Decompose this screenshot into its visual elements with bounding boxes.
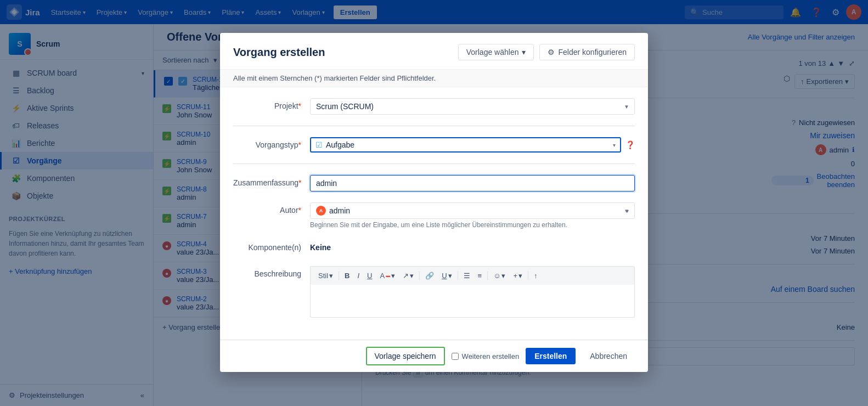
expand-toolbar-button[interactable]: ↑ <box>531 270 541 281</box>
chevron-down-icon: ▾ <box>448 272 452 280</box>
italic-button[interactable]: I <box>354 270 363 281</box>
emoji-button[interactable]: ☺ ▾ <box>490 270 509 281</box>
toolbar-separator <box>339 272 339 280</box>
chevron-down-icon: ▾ <box>522 48 526 57</box>
weiteren-erstellen-checkbox-label[interactable]: Weiteren erstellen <box>452 352 520 360</box>
underline2-button[interactable]: U ▾ <box>438 270 455 281</box>
komponenten-value: Keine <box>310 240 635 255</box>
modal-body: Projekt* Scrum (SCRUM) Vorgangstyp* <box>220 87 648 340</box>
vorlage-waehlen-button[interactable]: Vorlage wählen ▾ <box>458 44 534 60</box>
text-color-button[interactable]: A ▬ ▾ <box>376 270 398 281</box>
beschreibung-field: Stil ▾ B I U A ▬ ▾ ↗ ▾ 🔗 U ▾ ☰ ≡ <box>310 266 635 318</box>
toolbar-separator <box>528 272 528 280</box>
autor-select-wrapper: A admin ▾ <box>310 202 635 219</box>
erstellen-button[interactable]: Erstellen <box>526 348 576 364</box>
style-dropdown-button[interactable]: Stil ▾ <box>315 270 336 281</box>
projekt-field: Scrum (SCRUM) <box>310 98 635 115</box>
modal-header: Vorgang erstellen Vorlage wählen ▾ ⚙ Fel… <box>220 33 648 70</box>
bullet-list-button[interactable]: ☰ <box>460 270 474 281</box>
vorgangstyp-select-wrapper: ☑ Aufgabe ▾ ❓ <box>310 137 635 153</box>
toolbar-separator <box>487 272 488 280</box>
vorgangstyp-field: ☑ Aufgabe ▾ ❓ <box>310 137 635 153</box>
zusammenfassung-row: Zusammenfassung* <box>233 175 635 191</box>
toolbar-separator <box>419 272 420 280</box>
autor-value: admin <box>329 206 623 215</box>
komponenten-row: Komponente(n) Keine <box>233 240 635 255</box>
required-note: Alle mit einem Sternchen (*) markierten … <box>220 70 648 87</box>
zusammenfassung-label: Zusammenfassung* <box>233 175 310 187</box>
vorgangstyp-value: Aufgabe <box>326 140 610 149</box>
zusammenfassung-field <box>310 175 635 191</box>
vorgangstyp-select-display[interactable]: ☑ Aufgabe ▾ <box>310 137 621 153</box>
komponenten-label: Komponente(n) <box>233 240 310 252</box>
bold-button[interactable]: B <box>341 270 353 281</box>
abbrechen-button[interactable]: Abbrechen <box>582 348 635 364</box>
modal-header-actions: Vorlage wählen ▾ ⚙ Felder konfigurieren <box>458 44 635 60</box>
projekt-row: Projekt* Scrum (SCRUM) <box>233 98 635 115</box>
chevron-down-icon: ▾ <box>410 272 414 280</box>
weiteren-erstellen-checkbox[interactable] <box>452 353 459 360</box>
form-divider-2 <box>233 163 635 164</box>
autor-row: Autor* A admin ▾ Beginnen Sie mit der Ei… <box>233 202 635 229</box>
help-icon[interactable]: ❓ <box>625 140 635 149</box>
text-format-button[interactable]: ↗ ▾ <box>399 270 417 281</box>
link-button[interactable]: 🔗 <box>422 270 437 281</box>
modal-title: Vorgang erstellen <box>233 46 325 59</box>
modal-overlay[interactable]: Vorgang erstellen Vorlage wählen ▾ ⚙ Fel… <box>0 0 868 406</box>
autor-select-display[interactable]: A admin ▾ <box>310 202 635 219</box>
chevron-down-icon: ▾ <box>613 142 616 148</box>
chevron-down-icon: ▾ <box>626 208 629 214</box>
modal-footer: Vorlage speichern Weiteren erstellen Ers… <box>220 340 648 372</box>
config-icon: ⚙ <box>548 48 555 57</box>
vorgangstyp-row: Vorgangstyp* ☑ Aufgabe ▾ ❓ <box>233 137 635 153</box>
chevron-down-icon: ▾ <box>518 272 522 280</box>
description-toolbar: Stil ▾ B I U A ▬ ▾ ↗ ▾ 🔗 U ▾ ☰ ≡ <box>310 266 635 285</box>
chevron-down-icon: ▾ <box>391 272 395 280</box>
insert-button[interactable]: + ▾ <box>510 270 526 281</box>
projekt-select-wrapper: Scrum (SCRUM) <box>310 98 635 115</box>
vorlage-speichern-button[interactable]: Vorlage speichern <box>366 347 445 365</box>
autor-field: A admin ▾ Beginnen Sie mit der Eingabe, … <box>310 202 635 229</box>
komponenten-field: Keine <box>310 240 635 255</box>
form-divider <box>233 126 635 126</box>
projekt-select[interactable]: Scrum (SCRUM) <box>310 98 635 115</box>
beschreibung-label: Beschreibung <box>233 266 310 278</box>
underline-button[interactable]: U <box>364 270 375 281</box>
vorgangstyp-label: Vorgangstyp* <box>233 137 310 149</box>
toolbar-separator <box>458 272 458 280</box>
projekt-label: Projekt* <box>233 98 310 110</box>
description-content-area[interactable] <box>310 285 635 318</box>
beschreibung-row: Beschreibung Stil ▾ B I U A ▬ ▾ ↗ ▾ 🔗 U … <box>233 266 635 318</box>
ordered-list-button[interactable]: ≡ <box>475 270 486 281</box>
create-issue-modal: Vorgang erstellen Vorlage wählen ▾ ⚙ Fel… <box>220 33 648 372</box>
chevron-down-icon: ▾ <box>501 272 505 280</box>
chevron-down-icon: ▾ <box>329 272 333 280</box>
felder-konfigurieren-button[interactable]: ⚙ Felder konfigurieren <box>539 44 635 60</box>
autor-avatar: A <box>316 206 326 216</box>
zusammenfassung-input[interactable] <box>310 175 635 191</box>
autor-label: Autor* <box>233 202 310 215</box>
checkbox-icon: ☑ <box>315 140 323 149</box>
autor-hint: Beginnen Sie mit der Eingabe, um eine Li… <box>310 221 635 229</box>
